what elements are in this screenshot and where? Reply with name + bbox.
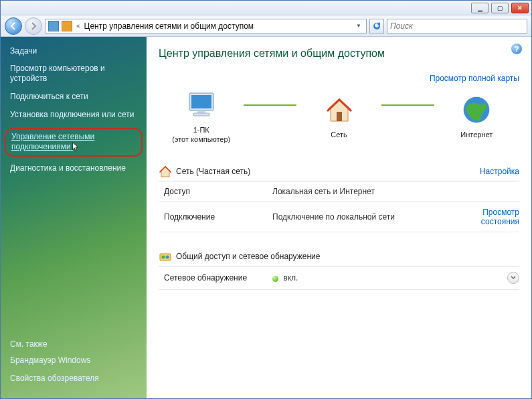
svg-point-8 — [162, 256, 165, 259]
network-row-connection: Подключение Подключение по локальной сет… — [159, 202, 519, 233]
body: Задачи Просмотр компьютеров и устройств … — [1, 37, 531, 398]
internet-label: Интернет — [460, 130, 493, 139]
svg-rect-3 — [193, 113, 209, 116]
svg-rect-1 — [191, 95, 211, 108]
globe-icon — [461, 94, 492, 125]
row-key: Доступ — [159, 187, 272, 196]
arrow-right-icon — [29, 22, 37, 30]
arrow-left-icon — [9, 22, 17, 30]
sidebar-link-connect[interactable]: Подключиться к сети — [10, 88, 137, 106]
address-dropdown[interactable]: ▼ — [354, 23, 363, 29]
address-text: Центр управления сетями и общим доступом — [84, 21, 351, 31]
close-button[interactable]: ✕ — [511, 3, 529, 13]
sharing-section-title: Общий доступ и сетевое обнаружение — [176, 252, 320, 261]
sidebar-see-also-heading: См. также — [10, 339, 137, 349]
sharing-section: Общий доступ и сетевое обнаружение Сетев… — [159, 247, 519, 290]
help-button[interactable]: ? — [511, 44, 522, 54]
row-value: Подключение по локальной сети — [272, 212, 459, 222]
pc-label: 1-ПК — [193, 126, 209, 134]
network-row-access: Доступ Локальная сеть и Интернет — [159, 181, 519, 202]
view-status-link[interactable]: Просмотр состояния — [459, 208, 519, 227]
search-input[interactable] — [390, 21, 524, 31]
control-panel-icon — [48, 21, 59, 31]
house-icon — [324, 94, 355, 125]
sidebar-link-diagnose[interactable]: Диагностика и восстановление — [10, 159, 137, 177]
row-value: Локальная сеть и Интернет — [272, 187, 459, 196]
network-center-icon — [62, 21, 72, 31]
address-bar[interactable]: « Центр управления сетями и общим доступ… — [45, 19, 367, 33]
view-full-map-link[interactable]: Просмотр полной карты — [430, 74, 519, 83]
maximize-button[interactable]: ▢ — [491, 3, 509, 13]
cursor-icon — [72, 142, 81, 153]
sidebar-tasks-heading: Задачи — [10, 46, 137, 56]
search-bar[interactable] — [387, 19, 527, 33]
minimize-button[interactable]: ▁ — [471, 3, 489, 13]
status-on-icon — [272, 276, 278, 282]
page-title: Центр управления сетями и общим доступом — [159, 48, 519, 60]
row-key: Сетевое обнаружение — [159, 273, 272, 283]
network-section: Сеть (Частная сеть) Настройка Доступ Лок… — [159, 162, 519, 233]
row-key: Подключение — [159, 212, 272, 222]
titlebar: ▁ ▢ ✕ — [1, 1, 531, 15]
map-node-internet: Интернет — [434, 92, 519, 139]
map-node-network: Сеть — [296, 92, 381, 139]
sharing-row-discovery: Сетевое обнаружение вкл. — [159, 266, 519, 290]
svg-point-9 — [166, 256, 169, 259]
nav-back-button[interactable] — [5, 17, 22, 35]
window: ▁ ▢ ✕ « Центр управления сетями и общим … — [0, 0, 532, 399]
window-controls: ▁ ▢ ✕ — [471, 3, 529, 13]
network-section-title: Сеть (Частная сеть) — [176, 167, 250, 176]
map-connection-2 — [381, 104, 434, 106]
pc-sublabel: (этот компьютер) — [172, 135, 230, 143]
sidebar-link-setup-connection[interactable]: Установка подключения или сети — [10, 106, 137, 124]
sidebar-link-label: Управление сетевыми подключениями — [11, 132, 94, 151]
svg-rect-7 — [160, 254, 171, 260]
row-value: вкл. — [283, 273, 298, 283]
map-node-pc: 1-ПК (этот компьютер) — [159, 88, 244, 145]
sharing-icon — [159, 250, 172, 263]
refresh-icon — [373, 22, 381, 30]
sidebar: Задачи Просмотр компьютеров и устройств … — [1, 37, 147, 398]
house-small-icon — [159, 165, 172, 178]
sidebar-link-manage-connections[interactable]: Управление сетевыми подключениями — [11, 132, 136, 153]
map-connection — [244, 104, 296, 106]
network-label: Сеть — [331, 130, 347, 139]
sidebar-link-view-computers[interactable]: Просмотр компьютеров и устройств — [10, 60, 137, 88]
sidebar-link-firewall[interactable]: Брандмауэр Windows — [10, 351, 137, 370]
network-map: 1-ПК (этот компьютер) Сеть — [159, 88, 519, 145]
navbar: « Центр управления сетями и общим доступ… — [1, 15, 531, 37]
customize-link[interactable]: Настройка — [480, 167, 519, 176]
chevron-icon: « — [75, 22, 82, 29]
content: ? Центр управления сетями и общим доступ… — [147, 37, 531, 398]
chevron-down-icon — [511, 275, 516, 281]
svg-rect-4 — [337, 112, 342, 121]
sidebar-highlight: Управление сетевыми подключениями — [5, 128, 143, 157]
computer-icon — [185, 89, 217, 121]
sidebar-link-internet-options[interactable]: Свойства обозревателя — [10, 370, 137, 388]
expand-button[interactable] — [507, 272, 519, 284]
nav-forward-button[interactable] — [25, 17, 42, 35]
svg-rect-2 — [197, 110, 205, 113]
refresh-button[interactable] — [369, 19, 384, 33]
